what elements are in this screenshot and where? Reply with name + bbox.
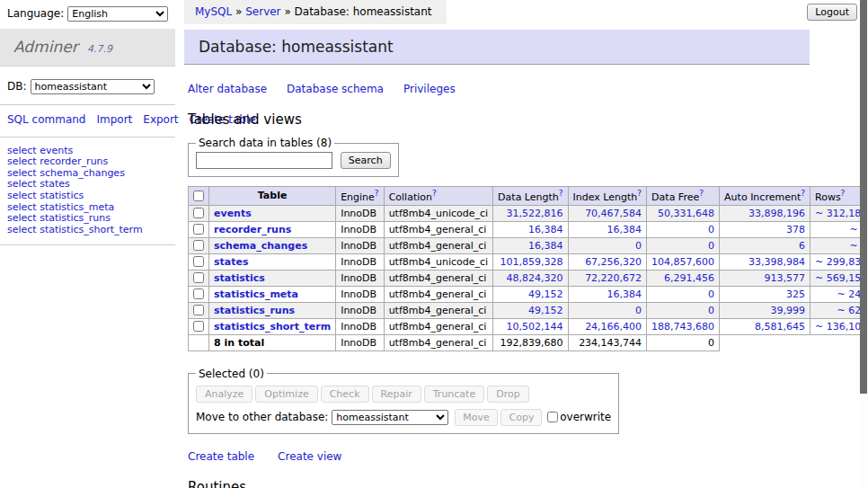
row-checkbox[interactable] [193,288,204,299]
db-select[interactable]: homeassistant [31,79,155,94]
bulk-action-button[interactable]: Repair [372,386,421,403]
row-checkbox[interactable] [193,224,204,235]
row-checkbox[interactable] [193,305,204,315]
auto-increment-link[interactable]: 39,999 [771,305,806,316]
collation-cell: utf8mb4_unicode_ci [384,205,492,221]
auto-increment-link[interactable]: 33,898,196 [748,208,805,219]
index-length-cell: 0 [568,302,647,318]
select-table-link[interactable]: select recorder_runs [7,155,108,167]
scrollbar-track[interactable] [860,0,868,488]
help-link[interactable]: ? [375,189,379,198]
sidebar-action-link[interactable]: SQL command [7,113,85,126]
language-select[interactable]: English [67,6,168,22]
data-length-link[interactable]: 101,859,328 [500,256,563,268]
auto-increment-link[interactable]: 325 [786,288,805,300]
db-action-link[interactable]: Database schema [287,83,384,95]
logout-button[interactable]: Logout [807,4,857,21]
table-name-link[interactable]: statistics_runs [214,305,295,316]
data-free-cell: 6,291,456 [647,270,720,286]
sidebar-divider [0,137,175,138]
help-link[interactable]: ? [432,189,437,198]
create-link[interactable]: Create view [278,450,341,463]
data-free-link[interactable]: 0 [708,288,714,300]
table-name-link[interactable]: schema_changes [214,240,307,252]
data-length-link[interactable]: 16,384 [528,224,563,235]
bulk-action-button[interactable]: Check [321,386,369,403]
search-button[interactable]: Search [341,152,391,169]
data-free-link[interactable]: 0 [708,240,714,252]
copy-button[interactable]: Copy [500,409,542,426]
index-length-link[interactable]: 16,384 [607,288,642,300]
data-length-link[interactable]: 31,522,816 [507,208,563,219]
index-length-link[interactable]: 72,220,672 [585,272,642,284]
select-table-link[interactable]: select events [7,145,73,156]
sidebar-action-link[interactable]: Export [143,113,178,126]
data-free-link[interactable]: 188,743,680 [651,321,714,333]
auto-increment-link[interactable]: 913,577 [765,272,806,284]
index-length-link[interactable]: 24,166,400 [585,321,642,333]
data-length-link[interactable]: 10,502,144 [507,321,563,333]
scrollbar-thumb[interactable] [860,0,867,394]
breadcrumb-mysql-link[interactable]: MySQL [195,5,232,18]
select-all-checkbox[interactable] [193,191,204,201]
auto-increment-link[interactable]: 6 [799,240,805,252]
help-link[interactable]: ? [841,189,846,198]
table-name-link[interactable]: statistics_short_term [214,321,331,333]
row-checkbox[interactable] [193,240,204,251]
index-length-link[interactable]: 70,467,584 [585,208,642,219]
table-name-link[interactable]: recorder_runs [214,224,291,235]
help-link[interactable]: ? [699,189,704,198]
row-checkbox[interactable] [193,208,204,218]
help-link[interactable]: ? [801,189,805,198]
row-checkbox[interactable] [193,256,204,267]
data-length-link[interactable]: 48,824,320 [507,272,563,284]
overwrite-checkbox[interactable] [547,412,558,422]
data-free-link[interactable]: 0 [708,305,714,316]
db-action-link[interactable]: Privileges [403,83,456,95]
bulk-action-button[interactable]: Optimize [255,386,317,403]
select-table-link[interactable]: select statistics_runs [7,212,111,224]
index-length-link[interactable]: 16,384 [607,224,642,235]
table-name-link[interactable]: statistics [214,272,265,284]
search-input[interactable] [196,152,332,169]
move-button[interactable]: Move [455,409,498,426]
index-length-link[interactable]: 0 [635,240,642,252]
breadcrumb-server-link[interactable]: Server [245,5,280,18]
table-name-link[interactable]: events [214,208,252,219]
row-checkbox[interactable] [193,321,204,332]
index-length-link[interactable]: 67,256,320 [585,256,642,268]
db-action-links: Alter databaseDatabase schemaPrivileges [188,83,860,95]
db-action-link[interactable]: Alter database [188,83,267,95]
data-length-link[interactable]: 49,152 [528,288,563,300]
bulk-action-button[interactable]: Analyze [196,386,252,403]
data-free-link[interactable]: 6,291,456 [664,272,714,284]
row-checkbox-cell [189,302,209,318]
data-length-link[interactable]: 49,152 [528,305,563,316]
auto-increment-link[interactable]: 378 [786,224,805,235]
bulk-action-button[interactable]: Drop [487,386,528,403]
data-free-link[interactable]: 50,331,648 [658,208,714,219]
row-checkbox[interactable] [193,272,204,283]
create-link[interactable]: Create table [188,450,254,463]
select-table-link[interactable]: select statistics_meta [7,201,114,213]
index-length-link[interactable]: 0 [635,305,642,316]
select-table-link[interactable]: select schema_changes [7,167,125,179]
total-label-cell: 8 in total [209,334,336,350]
select-table-link[interactable]: select statistics_short_term [7,224,143,235]
data-length-link[interactable]: 16,384 [528,240,563,252]
auto-increment-link[interactable]: 8,581,645 [755,321,805,333]
help-link[interactable]: ? [559,189,563,198]
select-table-link[interactable]: select states [7,178,70,190]
page-title: Database: homeassistant [184,30,810,65]
bulk-action-button[interactable]: Truncate [424,386,484,403]
version-link[interactable]: 4.7.9 [87,43,112,55]
table-name-link[interactable]: statistics_meta [214,288,298,300]
move-db-select[interactable]: homeassistant [332,410,448,425]
data-free-link[interactable]: 0 [708,224,714,235]
auto-increment-link[interactable]: 33,398,984 [748,256,805,268]
data-free-link[interactable]: 104,857,600 [651,256,714,268]
table-name-link[interactable]: states [214,256,249,268]
select-table-link[interactable]: select statistics [7,190,84,201]
sidebar-action-link[interactable]: Import [96,113,132,126]
help-link[interactable]: ? [637,189,642,198]
